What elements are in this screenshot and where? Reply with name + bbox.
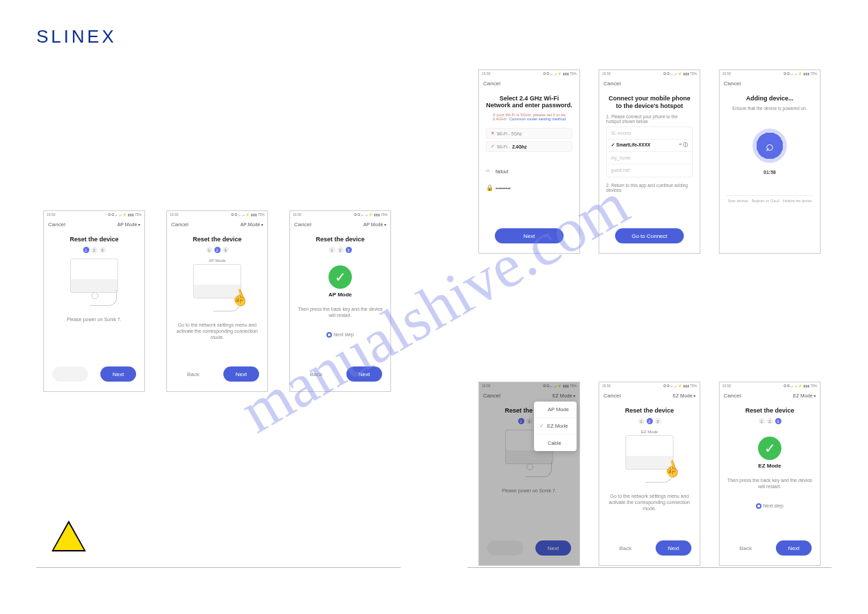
brand-logo: SLINEX	[36, 26, 117, 47]
back-button[interactable]: Back	[728, 540, 764, 556]
hotspot-step2: 2. Return to this app and continue addin…	[606, 183, 693, 193]
device-illustration	[193, 264, 241, 298]
mode-dropdown[interactable]: AP Mode	[118, 222, 140, 227]
screen-ap-step1: 15:50ⵙ ⵙ ₐₗₗ ₐₗₗ ⚡ ▮▮▮ 75% Cancel AP Mod…	[43, 210, 145, 392]
back-button[interactable]: Back	[298, 366, 334, 382]
next-button[interactable]: Next	[346, 366, 382, 382]
cancel-link[interactable]: Cancel	[48, 221, 65, 228]
screen-title: Reset the device	[69, 236, 118, 243]
screen-wifi: 15:50ⵙ ⵙ ₐₗₗ ₐₗₗ ⚡ ▮▮▮ 75% Cancel Select…	[478, 69, 580, 254]
mode-dropdown[interactable]: EZ Mode	[673, 393, 695, 398]
step-indicator: 123	[329, 247, 352, 253]
mode-confirm: AP Mode	[329, 292, 352, 298]
step-indicator: 123	[638, 418, 661, 424]
go-connect-button[interactable]: Go to Connect	[615, 228, 684, 243]
hotspot-item: SL-xxxxxx	[607, 127, 692, 140]
step-indicator: 123	[206, 247, 229, 253]
cancel-link[interactable]: Cancel	[724, 393, 741, 399]
mode-dropdown[interactable]: AP Mode	[241, 222, 263, 227]
screen-title: Reset the device	[745, 407, 794, 414]
step-description: Please power on Sonik 7.	[67, 316, 121, 322]
hotspot-item-selected[interactable]: ✓ SmartLife-XXXX⌔ ⓘ	[607, 140, 692, 152]
screen-ap-step2: 15:50ⵙ ⵙ ₐₗₗ ₐₗₗ ⚡ ▮▮▮ 75% Cancel AP Mod…	[166, 210, 268, 392]
search-icon: ⌕	[753, 129, 787, 163]
hotspot-title: Connect your mobile phone to the device'…	[606, 95, 693, 110]
adding-sub: Ensure that the device is powered on.	[733, 106, 808, 111]
step-description: Go to the network settings menu and acti…	[174, 322, 260, 340]
mode-option-ez[interactable]: ✓EZ Mode	[534, 418, 577, 435]
hotspot-list: SL-xxxxxx ✓ SmartLife-XXXX⌔ ⓘ my_home gu…	[606, 127, 693, 177]
screen-ap-step3: 15:50ⵙ ⵙ ₐₗₗ ₐₗₗ ⚡ ▮▮▮ 75% Cancel AP Mod…	[289, 210, 391, 392]
wifi-24g-row: ✓Wi-Fi -2.4Ghz	[486, 141, 572, 152]
hotspot-step1: 1. Please connect your phone to the hots…	[606, 114, 693, 124]
warning-icon	[52, 520, 86, 551]
cancel-link[interactable]: Cancel	[603, 393, 621, 399]
back-button	[52, 366, 88, 382]
mode-option-ap[interactable]: AP Mode	[534, 402, 577, 418]
mode-dropdown[interactable]: EZ Mode	[793, 393, 816, 398]
cancel-link[interactable]: Cancel	[724, 80, 741, 87]
cancel-link[interactable]: Cancel	[483, 80, 500, 87]
next-button[interactable]: Next	[223, 366, 259, 382]
screen-ez-step2: 15:50ⵙ ⵙ ₐₗₗ ₐₗₗ ⚡ ▮▮▮ 75% Cancel EZ Mod…	[599, 382, 700, 566]
hotspot-item: my_home	[607, 152, 692, 164]
screen-title: Reset the device	[625, 407, 674, 414]
cancel-link[interactable]: Cancel	[603, 80, 621, 87]
wifi-title2: Network and enter password.	[486, 102, 572, 109]
step-description: Then press the back key and the device w…	[297, 306, 383, 318]
screen-ez-step3: 15:50ⵙ ⵙ ₐₗₗ ₐₗₗ ⚡ ▮▮▮ 75% Cancel EZ Mod…	[719, 382, 821, 566]
status-bar: 15:50ⵙ ⵙ ₐₗₗ ₐₗₗ ⚡ ▮▮▮ 75%	[44, 211, 144, 218]
back-button[interactable]: Back	[608, 540, 643, 556]
hr-right	[467, 567, 832, 568]
screen-adding: 15:50ⵙ ⵙ ₐₗₗ ₐₗₗ ⚡ ▮▮▮ 75% Cancel Adding…	[719, 69, 821, 254]
next-step-check[interactable]: Next step	[756, 503, 783, 509]
device-illustration	[70, 259, 118, 293]
screen-title: Reset the device	[315, 236, 364, 243]
wifi-icon: ⌔ ⓘ	[679, 142, 688, 149]
ez-mode-label: EZ Mode	[641, 430, 658, 434]
check-icon: ✓	[758, 437, 781, 460]
cancel-link[interactable]: Cancel	[294, 221, 311, 228]
step-indicator: 123	[83, 247, 106, 253]
ssid-field[interactable]: ⌔fallout	[486, 168, 572, 175]
device-illustration	[625, 435, 674, 470]
next-step-check[interactable]: Next step	[326, 332, 354, 338]
wifi-icon: ⌔	[486, 168, 496, 175]
screen-ez-dropdown: 15:50ⵙ ⵙ ₐₗₗ ₐₗₗ ⚡ ▮▮▮ 75% Cancel EZ Mod…	[478, 382, 580, 566]
step-indicator: 123	[759, 418, 781, 424]
step-description: Go to the network settings menu and acti…	[606, 493, 693, 512]
mode-dropdown[interactable]: AP Mode	[364, 222, 386, 227]
screen-title: Reset the device	[192, 236, 241, 243]
ap-mode-label: AP Mode	[209, 259, 226, 263]
next-button[interactable]: Next	[100, 366, 136, 382]
screen-hotspot: 15:50ⵙ ⵙ ₐₗₗ ₐₗₗ ⚡ ▮▮▮ 75% Cancel Connec…	[599, 69, 700, 254]
wifi-5g-row: ✕Wi-Fi - 5Ghz	[486, 128, 572, 139]
cancel-link[interactable]: Cancel	[171, 221, 188, 228]
next-button[interactable]: Next	[776, 540, 812, 556]
timer: 01:58	[764, 170, 776, 175]
back-button[interactable]: Back	[175, 366, 211, 382]
wifi-title1: Select 2.4 GHz Wi-Fi	[500, 95, 559, 102]
password-field[interactable]: 🔒•••••••••	[486, 184, 572, 191]
progress-steps: Scan devicesRegister on CloudInitialize …	[726, 195, 813, 209]
hotspot-item: guest-net	[607, 164, 692, 177]
mode-option-cable[interactable]: Cable	[534, 435, 577, 451]
wifi-hint: If your Wi-Fi is 5GHz, please set it to …	[486, 113, 572, 121]
check-icon: ✓	[329, 265, 352, 289]
lock-icon: 🔒	[486, 184, 496, 191]
top-bar: Cancel AP Mode	[44, 218, 144, 230]
mode-menu: AP Mode ✓EZ Mode Cable	[534, 402, 577, 451]
adding-title: Adding device...	[746, 95, 793, 102]
step-description: Then press the back key and the device w…	[726, 477, 813, 490]
next-button[interactable]: Next	[495, 228, 564, 243]
mode-confirm: EZ Mode	[758, 463, 781, 469]
next-button[interactable]: Next	[656, 540, 691, 556]
hr-left	[36, 567, 401, 568]
